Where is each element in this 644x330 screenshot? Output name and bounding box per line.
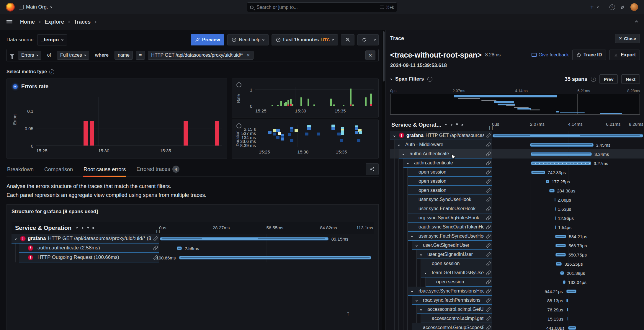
expand-one-icon[interactable] [81,227,84,229]
span-row[interactable]: authn.authenticate 3.27ms [390,159,644,168]
link-icon[interactable] [485,196,492,203]
link-icon[interactable] [485,150,492,157]
link-icon[interactable] [485,278,492,285]
info-icon[interactable] [427,77,432,82]
info-icon[interactable] [49,69,54,74]
span-row[interactable]: oauth.sync.SyncOauthTokenHook 1.54μs [390,223,644,232]
next-button[interactable]: Next [621,74,640,84]
span-bar[interactable] [568,326,576,330]
left-pane-scrollbar[interactable] [382,30,385,330]
span-row[interactable]: Auth - Middleware 3.45ms [390,140,644,149]
link-icon[interactable] [485,223,492,230]
filter-operator[interactable]: = [136,51,145,60]
span-bar[interactable] [493,134,643,137]
link-icon[interactable] [485,205,492,212]
span-bar[interactable] [555,207,556,211]
span-bar[interactable] [531,152,592,156]
span-row[interactable]: open session 284.38μs [390,186,644,195]
errors-rate-panel[interactable]: Errors rate Errors 0.1 0.05 0 [6,79,227,159]
span-bar[interactable] [555,226,556,229]
scroll-to-top-icon[interactable]: ↑ [346,309,350,317]
tree-chevron-icon[interactable] [419,252,423,257]
user-avatar[interactable] [630,3,638,11]
span-row[interactable]: authn.Authenticate 3.34ms [390,149,644,159]
chevron-up-icon[interactable] [635,21,638,24]
span-bar[interactable] [566,299,568,302]
span-row[interactable]: user.sync.EnableUserHook 1.63μs [390,204,644,213]
breadcrumb-item[interactable]: Explore [45,19,64,25]
link-icon[interactable] [485,187,492,194]
zoom-out-button[interactable] [341,34,354,45]
collapse-all-icon[interactable] [456,124,458,125]
span-row[interactable]: open session 742.33μs [390,168,644,177]
trace-minimap[interactable]: 0μs 2.07ms 4.14ms 6.21ms 8.28ms [390,88,640,115]
span-bar[interactable] [160,237,328,241]
span-bar[interactable] [555,216,556,220]
span-row[interactable]: grafana HTTP GET /api/datasources/pr [390,131,644,140]
tree-chevron-icon[interactable] [423,270,428,275]
grafana-logo-icon[interactable] [6,3,15,12]
preview-button[interactable]: Preview [191,34,224,45]
span-row[interactable]: user.sync.SyncUserHook 2.08μs [390,195,644,204]
tab[interactable]: Breakdown [6,164,34,176]
span-bar[interactable] [555,198,555,202]
span-bar[interactable] [555,253,566,257]
refresh-interval-button[interactable] [371,34,379,45]
link-icon[interactable] [485,169,492,175]
metric-filter-select[interactable]: Errors [18,51,41,60]
breadcrumb-item[interactable]: Traces [74,19,91,25]
close-trace-button[interactable]: Close [615,34,640,43]
duration-radio[interactable] [236,123,241,128]
tab[interactable]: Errored traces 4 [136,163,180,176]
rate-radio[interactable] [236,82,241,87]
span-bar[interactable] [179,256,371,259]
expand-one-icon[interactable] [450,124,452,126]
link-icon[interactable] [485,214,492,221]
tree-chevron-icon[interactable] [414,243,419,248]
news-icon[interactable] [620,5,625,9]
span-row[interactable]: rbac.sync.fetchPermissions 88.13μs [390,296,644,305]
collapse-one-icon[interactable] [445,123,447,125]
tree-chevron-icon[interactable] [405,160,410,166]
span-bar[interactable] [566,290,576,293]
span-row[interactable]: accesscontrol.GroupScopesBy 441.08μs [390,323,644,330]
filter-value[interactable]: HTTP GET /api/datasources/proxy/uid/:uid… [148,51,253,60]
link-icon[interactable] [485,260,492,267]
duration-panel[interactable]: Duration 2.15 s 537 ms 134 m [232,120,379,159]
link-icon[interactable] [485,159,492,166]
give-feedback-link[interactable]: Give feedback [532,52,569,58]
collapse-all-icon[interactable] [87,228,89,229]
time-range-picker[interactable]: Last 15 minutes UTC [272,34,338,45]
span-filters-label[interactable]: Span Filters [395,76,424,82]
structure-row[interactable]: grafana HTTP GET /api/datasources/proxy/… [12,234,374,244]
scrollbar-thumb[interactable] [383,31,385,81]
trace-id-button[interactable]: Trace ID [572,50,606,60]
datasource-picker[interactable]: _tempo [37,34,67,45]
link-icon[interactable] [152,235,159,242]
span-bar[interactable] [549,189,555,192]
prev-button[interactable]: Prev [599,74,618,84]
expand-all-icon[interactable] [462,124,463,125]
span-bar[interactable] [531,161,591,165]
span-bar[interactable] [555,244,566,247]
search-input[interactable]: Search or jump to... ⌘+k [247,2,397,12]
span-bar[interactable] [546,180,549,183]
span-row[interactable]: user.GetSignedInUser 566.79μs [390,241,644,250]
tab[interactable]: Root cause errors [83,164,126,176]
span-row[interactable]: open session 133.04μs [390,277,644,287]
link-icon[interactable] [485,269,492,276]
collapse-one-icon[interactable] [76,227,78,229]
link-icon[interactable] [485,242,492,249]
tree-chevron-icon[interactable] [396,142,401,147]
link-icon[interactable] [485,132,492,139]
tab[interactable]: Comparison [44,164,73,176]
tree-chevron-icon[interactable] [419,307,423,312]
span-bar[interactable] [567,308,568,311]
filter-key[interactable]: name [115,51,133,60]
tree-chevron-icon[interactable] [414,298,419,303]
need-help-button[interactable]: ? Need help [227,34,269,45]
breadcrumb-item[interactable]: Home [20,19,35,25]
tree-chevron-icon[interactable] [410,233,414,239]
tree-chevron-icon[interactable] [410,288,414,294]
span-row[interactable]: org.sync.SyncOrgRolesHook 12.96μs [390,213,644,223]
